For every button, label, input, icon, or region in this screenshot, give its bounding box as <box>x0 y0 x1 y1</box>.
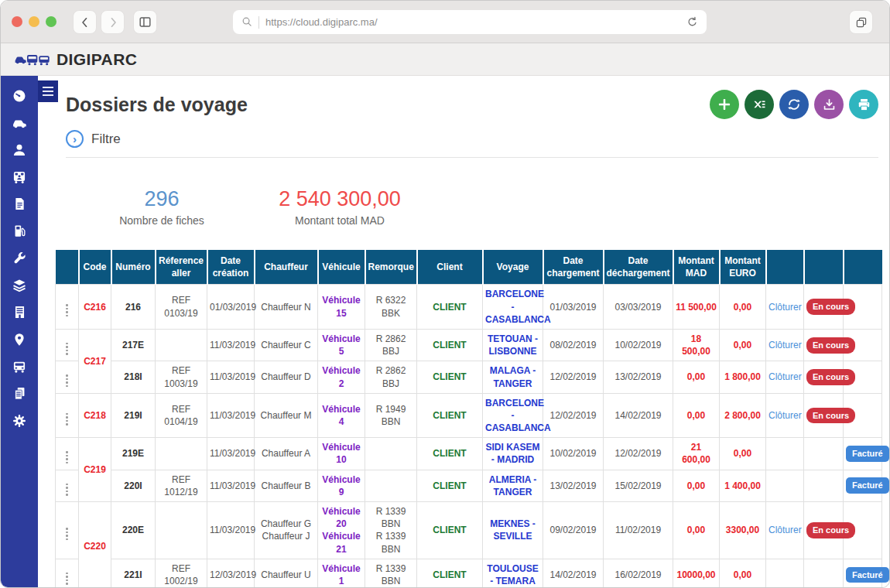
cloturer-link[interactable]: Clôturer <box>768 371 802 382</box>
cell-client[interactable]: CLIENT <box>417 559 483 588</box>
sidebar-item-stock[interactable] <box>1 272 38 299</box>
kebab-icon[interactable] <box>66 451 68 463</box>
cell-client[interactable]: CLIENT <box>417 502 483 559</box>
cell-code[interactable]: C219 <box>79 438 111 502</box>
cell-code[interactable]: C217 <box>79 329 111 393</box>
cell-client[interactable]: CLIENT <box>417 438 483 470</box>
kebab-icon[interactable] <box>66 304 68 316</box>
col-client[interactable]: Client <box>417 250 483 285</box>
sidebar-item-drivers[interactable] <box>1 163 38 190</box>
sidebar-item-maintenance[interactable] <box>1 244 38 272</box>
cell-vehicule[interactable]: Véhicule 1 <box>318 559 365 588</box>
col-date-chargement[interactable]: Date chargement <box>543 250 604 285</box>
row-menu[interactable] <box>56 438 79 470</box>
url-text[interactable]: https://cloud.digiparc.ma/ <box>265 16 686 28</box>
cell-voyage[interactable]: MEKNES - SEVILLE <box>483 502 543 559</box>
kebab-icon[interactable] <box>66 413 68 426</box>
sidebar-item-fleet[interactable] <box>1 353 38 380</box>
col-date-creation[interactable]: Date création <box>207 250 255 285</box>
col-voyage[interactable]: Voyage <box>483 250 543 285</box>
col-numero[interactable]: Numéro <box>111 250 156 285</box>
sidebar-item-invoices[interactable] <box>1 380 38 407</box>
cell-voyage[interactable]: SIDI KASEM - MADRID <box>483 438 543 470</box>
cell-vehicule[interactable]: Véhicule 20Véhicule 21 <box>318 502 365 559</box>
export-excel-button[interactable] <box>745 90 774 119</box>
cell-numero[interactable]: 218I <box>111 361 156 393</box>
sidebar-item-settings[interactable] <box>1 407 38 434</box>
cell-vehicule[interactable]: Véhicule 9 <box>318 470 365 501</box>
col-montant-mad[interactable]: Montant MAD <box>673 250 720 285</box>
col-date-dechargement[interactable]: Date déchargement <box>604 250 673 285</box>
sidebar-item-tracking[interactable] <box>1 326 38 353</box>
col-chauffeur[interactable]: Chauffeur <box>255 250 318 285</box>
col-remorque[interactable]: Remorque <box>365 250 417 285</box>
cell-numero[interactable]: 219E <box>111 438 156 470</box>
address-bar[interactable]: https://cloud.digiparc.ma/ <box>233 10 707 34</box>
col-reference[interactable]: Réference aller <box>156 250 207 285</box>
reload-icon[interactable] <box>686 15 699 29</box>
cell-vehicule[interactable]: Véhicule 10 <box>318 438 365 470</box>
cell-vehicule[interactable]: Véhicule 4 <box>318 393 365 438</box>
sidebar-item-users[interactable] <box>1 136 38 163</box>
cell-voyage[interactable]: BARCELONE - CASABLANCA <box>483 393 543 438</box>
cell-client[interactable]: CLIENT <box>417 285 483 330</box>
kebab-icon[interactable] <box>66 484 68 496</box>
cell-voyage[interactable]: MALAGA - TANGER <box>483 361 543 393</box>
cloturer-link[interactable]: Clôturer <box>768 410 802 421</box>
sidebar-item-company[interactable] <box>1 299 38 326</box>
col-code[interactable]: Code <box>79 250 111 285</box>
kebab-icon[interactable] <box>66 528 68 540</box>
row-menu[interactable] <box>56 393 79 438</box>
zoom-window-button[interactable] <box>46 16 56 27</box>
cell-vehicule[interactable]: Véhicule 15 <box>318 285 365 330</box>
cell-client[interactable]: CLIENT <box>417 329 483 361</box>
cell-numero[interactable]: 217E <box>111 329 156 361</box>
col-montant-euro[interactable]: Montant EURO <box>720 250 766 285</box>
close-window-button[interactable] <box>12 16 22 27</box>
row-menu[interactable] <box>56 329 79 361</box>
row-menu[interactable] <box>56 285 79 330</box>
cell-vehicule[interactable]: Véhicule 5 <box>318 329 365 361</box>
cloturer-link[interactable]: Clôturer <box>768 302 802 313</box>
cell-client[interactable]: CLIENT <box>417 470 483 501</box>
cell-client[interactable]: CLIENT <box>417 361 483 393</box>
refresh-button[interactable] <box>779 90 809 119</box>
kebab-icon[interactable] <box>66 343 68 355</box>
cell-client[interactable]: CLIENT <box>417 393 483 438</box>
cell-numero[interactable]: 220E <box>111 502 156 559</box>
cell-voyage[interactable]: ALMERIA - TANGER <box>483 470 543 501</box>
kebab-icon[interactable] <box>66 374 68 387</box>
row-menu[interactable] <box>56 361 79 393</box>
cell-voyage[interactable]: TETOUAN - LISBONNE <box>483 329 543 361</box>
cloturer-link[interactable]: Clôturer <box>768 525 802 535</box>
cell-vehicule[interactable]: Véhicule 2 <box>318 361 365 393</box>
col-vehicule[interactable]: Véhicule <box>318 250 365 285</box>
row-menu[interactable] <box>56 470 79 501</box>
back-button[interactable] <box>73 10 97 34</box>
kebab-icon[interactable] <box>66 573 68 585</box>
sidebar-toggle-button[interactable] <box>133 10 157 34</box>
cell-numero[interactable]: 221I <box>111 559 156 588</box>
row-menu[interactable] <box>56 559 79 588</box>
cell-numero[interactable]: 219I <box>111 393 156 438</box>
tabs-overview-button[interactable] <box>849 10 873 34</box>
cell-code[interactable]: C220 <box>79 502 111 588</box>
cell-voyage[interactable]: BARCELONE - CASABLANCA <box>483 285 543 330</box>
forward-button[interactable] <box>101 10 125 34</box>
cloturer-link[interactable]: Clôturer <box>768 340 802 350</box>
cell-numero[interactable]: 216 <box>111 285 156 330</box>
minimize-window-button[interactable] <box>29 16 39 27</box>
cell-code[interactable]: C218 <box>79 393 111 438</box>
print-button[interactable] <box>849 90 878 119</box>
add-button[interactable] <box>710 90 739 119</box>
download-button[interactable] <box>814 90 844 119</box>
cell-code[interactable]: C216 <box>79 285 111 330</box>
cell-numero[interactable]: 220I <box>111 470 156 501</box>
sidebar-item-documents[interactable] <box>1 190 38 217</box>
row-menu[interactable] <box>56 502 79 559</box>
sidebar-item-fuel[interactable] <box>1 217 38 244</box>
sidebar-item-vehicles[interactable] <box>1 109 38 136</box>
cell-voyage[interactable]: TOULOUSE - TEMARA <box>483 559 543 588</box>
filter-expand-button[interactable]: › <box>66 130 84 148</box>
sidebar-item-dashboard[interactable] <box>1 82 38 109</box>
